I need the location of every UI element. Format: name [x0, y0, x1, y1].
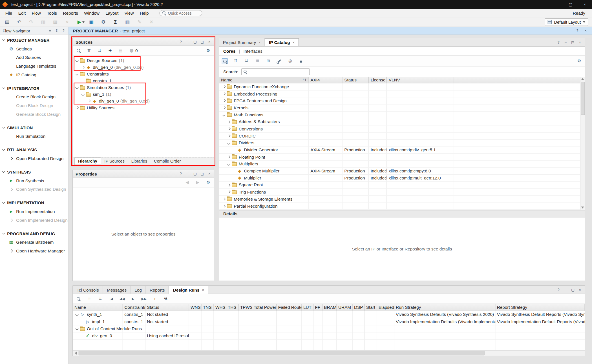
panel-float-icon[interactable]: ◳ [200, 40, 204, 44]
navigator-help-icon[interactable]: ? [62, 28, 65, 33]
column-header-ff[interactable]: FF [313, 304, 322, 311]
panel-help-icon[interactable]: ? [557, 40, 560, 45]
nav-section-header-ip-integrator[interactable]: IP INTEGRATOR [0, 84, 68, 92]
ip-catalog-row[interactable]: Math Functions [219, 112, 585, 119]
menu-window[interactable]: Window [81, 9, 103, 17]
tree-expander-icon[interactable] [80, 78, 86, 83]
abort-icon[interactable]: ✕ [148, 19, 155, 25]
collapse-all-icon[interactable]: ⇈ [86, 48, 92, 54]
design-run-row[interactable]: impl_1 constrs_1 Not started [73, 318, 585, 325]
tree-expander-icon[interactable] [226, 189, 232, 195]
design-run-row[interactable]: div_gen_0 Using cached IP results [73, 332, 585, 339]
tab-project-summary[interactable]: Project Summary× [219, 38, 265, 46]
ip-catalog-row[interactable]: Kernels [219, 105, 585, 112]
tab-log[interactable]: Log [131, 286, 146, 294]
panel-help-icon[interactable]: ? [179, 40, 183, 44]
nav-open-elaborated-design[interactable]: Open Elaborated Design [0, 154, 68, 163]
tree-expander-icon[interactable] [226, 119, 232, 125]
column-header-license[interactable]: License [369, 77, 387, 83]
design-run-row[interactable]: Out-of-Context Module Runs [73, 325, 585, 332]
ip-search-box[interactable] [241, 68, 310, 75]
nav-open-implemented-design[interactable]: Open Implemented Design [0, 216, 68, 224]
column-header-wns[interactable]: WNS [189, 304, 202, 311]
tree-expander-icon[interactable] [226, 140, 232, 146]
column-header-whs[interactable]: WHS [214, 304, 226, 311]
tree-row[interactable]: Constraints [73, 71, 214, 77]
delete-icon[interactable]: × [64, 19, 71, 25]
search-icon[interactable] [222, 58, 228, 64]
undo-icon[interactable]: ↶ [16, 19, 23, 25]
back-icon[interactable]: ◀ [184, 179, 190, 185]
ip-catalog-row[interactable]: Complex Multiplier AXI4-Stream Productio… [219, 168, 585, 175]
tab-libraries[interactable]: Libraries [128, 157, 151, 165]
panel-maximize-icon[interactable]: ▢ [193, 172, 197, 176]
tree-expander-icon[interactable] [221, 112, 227, 117]
minimize-button[interactable]: – [549, 0, 564, 9]
tree-expander-icon[interactable] [221, 98, 227, 103]
ip-catalog-row[interactable]: Square Root [219, 182, 585, 189]
tab-cores[interactable]: Cores [223, 49, 235, 53]
tree-expander-icon[interactable] [74, 312, 80, 317]
close-tab-icon[interactable]: × [202, 288, 204, 292]
scroll-down-icon[interactable] [580, 205, 585, 210]
quick-access-input[interactable] [168, 11, 198, 15]
tab-messages[interactable]: Messages [103, 286, 131, 294]
search-icon[interactable] [76, 296, 81, 302]
scroll-up-icon[interactable] [580, 77, 585, 81]
horizontal-scrollbar[interactable] [73, 350, 585, 356]
column-header-total-power[interactable]: Total Power [252, 304, 277, 311]
tree-expander-icon[interactable] [74, 326, 80, 331]
menu-layout[interactable]: Layout [103, 9, 122, 17]
report-sum-icon[interactable]: Σ [112, 19, 119, 25]
panel-close-icon[interactable]: × [207, 40, 211, 44]
nav-ip-catalog[interactable]: IP Catalog [0, 70, 68, 79]
column-header-tpws[interactable]: TPWS [239, 304, 252, 311]
tree-expander-icon[interactable] [87, 98, 92, 104]
ip-catalog-row[interactable]: Multipliers [219, 161, 585, 168]
tab-compile-order[interactable]: Compile Order [151, 157, 184, 165]
column-header-bram[interactable]: BRAM [322, 304, 337, 311]
step-forward-icon[interactable]: ▶▶ [141, 296, 147, 302]
incremental-icon[interactable]: % [163, 296, 169, 302]
design-run-row[interactable]: synth_1 constrs_1 Not started [73, 311, 585, 318]
column-header-name[interactable]: Name^1 [219, 77, 308, 83]
column-header-dsp[interactable]: DSP [353, 304, 365, 311]
navigator-resize-icon[interactable]: ⇕ [55, 28, 59, 33]
tree-expander-icon[interactable] [226, 126, 232, 132]
ip-catalog-row[interactable]: Embedded Processing [219, 90, 585, 97]
column-header-vlnv[interactable]: VLNV [387, 77, 454, 83]
copy-icon[interactable]: ▥ [40, 19, 47, 25]
tab-design-runs[interactable]: Design Runs× [169, 286, 208, 294]
tree-expander-icon[interactable] [221, 91, 227, 96]
tree-expander-icon[interactable] [231, 175, 237, 181]
expand-all-icon[interactable]: ⇊ [97, 296, 103, 302]
edit-pencil-icon[interactable]: ✎ [136, 19, 143, 25]
column-header-report-strategy[interactable]: Report Strategy [495, 304, 585, 311]
nav-open-hardware-manager[interactable]: Open Hardware Manager [0, 247, 68, 255]
close-button[interactable]: × [578, 0, 592, 9]
tab-interfaces[interactable]: Interfaces [243, 49, 262, 53]
tree-expander-icon[interactable] [231, 168, 237, 174]
add-sources-icon[interactable]: + [107, 48, 113, 54]
panel-maximize-icon[interactable]: ▢ [571, 288, 575, 292]
nav-section-header-project-manager[interactable]: PROJECT MANAGER [0, 36, 68, 44]
expand-all-icon[interactable]: ⇊ [244, 58, 249, 64]
tree-expander-icon[interactable] [80, 333, 85, 339]
scrollbar-thumb[interactable] [79, 351, 485, 355]
tree-expander-icon[interactable] [74, 58, 80, 63]
column-header-lut[interactable]: LUT [302, 304, 313, 311]
panel-float-icon[interactable]: ◳ [200, 172, 204, 176]
default-part-icon[interactable]: ◎ [287, 58, 293, 64]
column-header-ths[interactable]: THS [226, 304, 239, 311]
create-runs-icon[interactable]: ▣ [88, 19, 95, 25]
scroll-right-icon[interactable] [579, 350, 585, 364]
nav-language-templates[interactable]: Language Templates [0, 62, 68, 70]
panel-minimize-icon[interactable]: – [564, 288, 567, 292]
quick-access-search[interactable] [159, 10, 202, 16]
tree-expander-icon[interactable] [221, 84, 227, 89]
tab-ip-catalog[interactable]: IP Catalog× [265, 38, 299, 46]
nav-generate-bitstream[interactable]: Generate Bitstream [0, 238, 68, 247]
scrollbar-thumb[interactable] [580, 82, 585, 115]
tree-expander-icon[interactable] [226, 182, 232, 188]
menu-help[interactable]: Help [137, 9, 152, 17]
